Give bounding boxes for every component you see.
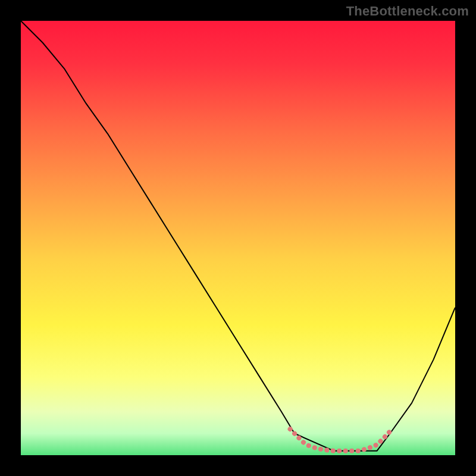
chart-background [21,21,455,455]
chart-container: TheBottleneck.com [0,0,476,476]
plot-area [21,21,455,455]
chart-svg [21,21,455,455]
watermark-text: TheBottleneck.com [346,4,469,19]
